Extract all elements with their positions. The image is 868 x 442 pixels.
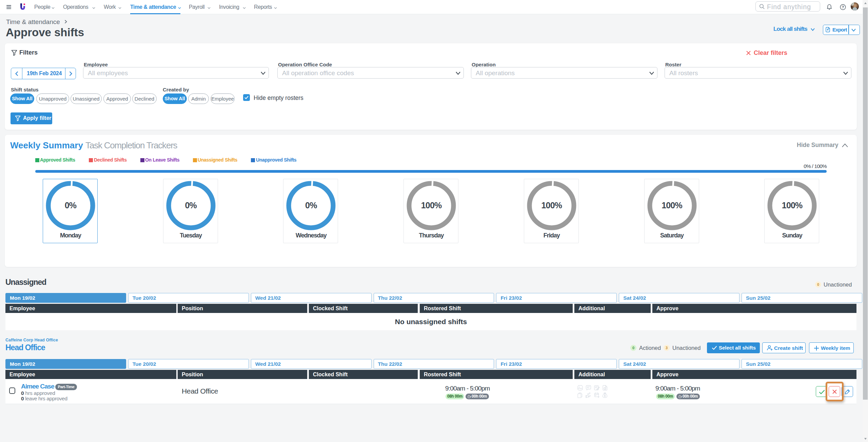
svg-text:?: ? [842,5,844,9]
